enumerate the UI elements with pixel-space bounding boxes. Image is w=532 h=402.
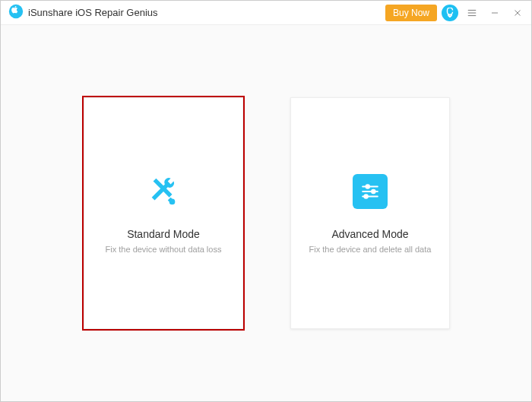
support-icon[interactable] <box>442 5 458 21</box>
menu-icon[interactable] <box>463 4 481 22</box>
advanced-mode-card[interactable]: Advanced Mode Fix the device and delete … <box>290 97 450 329</box>
svg-point-1 <box>449 15 450 16</box>
standard-mode-card[interactable]: Standard Mode Fix the device without dat… <box>84 97 243 329</box>
advanced-mode-title: Advanced Mode <box>331 228 408 240</box>
standard-mode-subtitle: Fix the device without data loss <box>106 245 222 254</box>
titlebar: iSunshare iOS Repair Genius Buy Now <box>1 1 531 25</box>
standard-mode-card-highlight: Standard Mode Fix the device without dat… <box>82 96 245 331</box>
standard-mode-title: Standard Mode <box>127 228 200 240</box>
app-branding: iSunshare iOS Repair Genius <box>8 4 385 22</box>
minimize-icon[interactable] <box>486 4 504 22</box>
close-icon[interactable] <box>508 4 527 22</box>
app-window: iSunshare iOS Repair Genius Buy Now <box>0 0 532 402</box>
svg-point-11 <box>372 189 375 192</box>
main-content: Standard Mode Fix the device without dat… <box>1 25 531 401</box>
app-logo-icon <box>8 4 24 22</box>
advanced-mode-subtitle: Fix the device and delete all data <box>309 245 432 254</box>
titlebar-right: Buy Now <box>385 4 527 22</box>
buy-now-button[interactable]: Buy Now <box>385 5 437 21</box>
app-title: iSunshare iOS Repair Genius <box>28 7 158 18</box>
svg-point-13 <box>364 195 367 198</box>
sliders-icon <box>352 173 388 210</box>
advanced-mode-card-wrap: Advanced Mode Fix the device and delete … <box>290 97 450 329</box>
svg-point-9 <box>366 185 369 188</box>
tools-icon <box>145 173 182 210</box>
